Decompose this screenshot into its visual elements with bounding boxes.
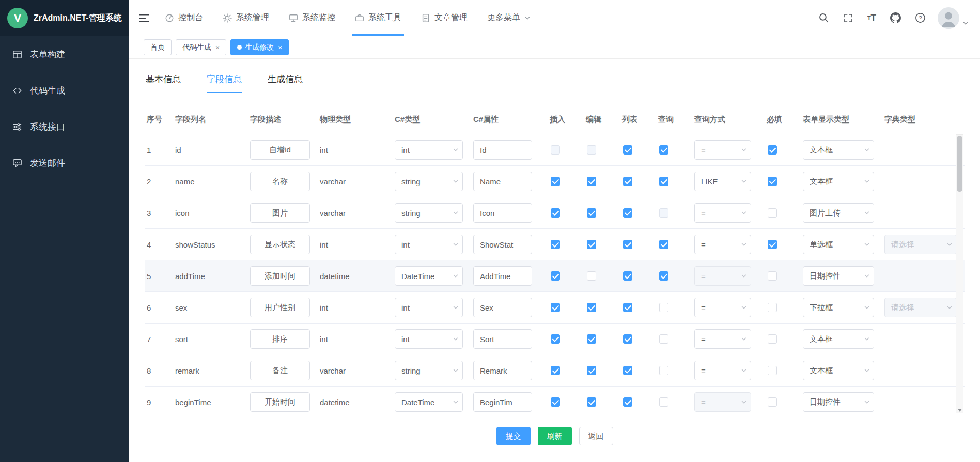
close-icon[interactable]: × <box>215 44 220 51</box>
csharp-prop-input[interactable]: Id <box>473 140 532 160</box>
query-checkbox[interactable] <box>659 334 668 344</box>
refresh-button[interactable]: 刷新 <box>538 427 572 445</box>
display-type-select[interactable]: 下拉框 <box>803 298 874 317</box>
insert-checkbox[interactable] <box>551 366 560 375</box>
query-checkbox[interactable] <box>659 366 668 375</box>
required-checkbox[interactable] <box>768 240 777 249</box>
csharp-type-select[interactable]: DateTime <box>395 392 463 412</box>
tag-item[interactable]: 生成修改× <box>230 39 289 55</box>
required-checkbox[interactable] <box>768 366 777 375</box>
csharp-prop-input[interactable]: Sex <box>473 298 532 317</box>
list-checkbox[interactable] <box>623 397 632 407</box>
help-icon[interactable]: ? <box>915 12 926 23</box>
query-method-select[interactable]: = <box>694 329 751 349</box>
insert-checkbox[interactable] <box>551 145 560 155</box>
query-checkbox[interactable] <box>659 397 668 407</box>
topnav-item[interactable]: 文章管理 <box>411 0 477 36</box>
edit-checkbox[interactable] <box>587 208 596 218</box>
csharp-prop-input[interactable]: Icon <box>473 203 532 223</box>
collapse-sidebar-button[interactable] <box>138 12 150 24</box>
dict-type-select[interactable]: 请选择 <box>884 298 957 317</box>
close-icon[interactable]: × <box>278 44 282 51</box>
required-checkbox[interactable] <box>768 177 777 186</box>
insert-checkbox[interactable] <box>551 177 560 186</box>
back-button[interactable]: 返回 <box>579 427 613 445</box>
dict-type-select[interactable]: 请选择 <box>884 235 957 254</box>
query-checkbox[interactable] <box>659 303 668 312</box>
topnav-item[interactable]: 系统工具 <box>345 0 411 36</box>
tab-item[interactable]: 基本信息 <box>146 73 181 93</box>
edit-checkbox[interactable] <box>587 366 596 375</box>
display-type-select[interactable]: 文本框 <box>803 329 874 349</box>
display-type-select[interactable]: 日期控件 <box>803 392 874 412</box>
query-method-select[interactable]: LIKE <box>694 172 751 191</box>
list-checkbox[interactable] <box>623 366 632 375</box>
description-input[interactable]: 开始时间 <box>250 392 310 412</box>
query-method-select[interactable]: = <box>694 392 751 412</box>
scrollbar-down-arrow[interactable] <box>958 409 962 412</box>
required-checkbox[interactable] <box>768 208 777 218</box>
required-checkbox[interactable] <box>768 145 777 155</box>
csharp-prop-input[interactable]: Sort <box>473 329 532 349</box>
csharp-prop-input[interactable]: AddTime <box>473 266 532 286</box>
required-checkbox[interactable] <box>768 397 777 407</box>
insert-checkbox[interactable] <box>551 271 560 281</box>
edit-checkbox[interactable] <box>587 271 596 281</box>
list-checkbox[interactable] <box>623 303 632 312</box>
tab-item[interactable]: 生成信息 <box>268 73 303 93</box>
sidebar-item[interactable]: 系统接口 <box>0 109 129 145</box>
tag-item[interactable]: 代码生成× <box>176 39 226 55</box>
github-icon[interactable] <box>890 12 901 23</box>
insert-checkbox[interactable] <box>551 240 560 249</box>
submit-button[interactable]: 提交 <box>496 427 531 445</box>
list-checkbox[interactable] <box>623 177 632 186</box>
csharp-type-select[interactable]: int <box>395 235 463 254</box>
description-input[interactable]: 显示状态 <box>250 235 310 254</box>
insert-checkbox[interactable] <box>551 303 560 312</box>
display-type-select[interactable]: 日期控件 <box>803 266 874 286</box>
display-type-select[interactable]: 单选框 <box>803 235 874 254</box>
query-method-select[interactable]: = <box>694 298 751 317</box>
required-checkbox[interactable] <box>768 334 777 344</box>
description-input[interactable]: 添加时间 <box>250 266 310 286</box>
query-checkbox[interactable] <box>659 177 668 186</box>
query-method-select[interactable]: = <box>694 235 751 254</box>
csharp-type-select[interactable]: int <box>395 329 463 349</box>
query-method-select[interactable]: = <box>694 203 751 223</box>
edit-checkbox[interactable] <box>587 303 596 312</box>
description-input[interactable]: 名称 <box>250 172 310 191</box>
csharp-type-select[interactable]: int <box>395 140 463 160</box>
sidebar-item[interactable]: 表单构建 <box>0 36 129 72</box>
csharp-type-select[interactable]: string <box>395 361 463 380</box>
font-size-icon[interactable]: TT <box>867 13 876 23</box>
edit-checkbox[interactable] <box>587 240 596 249</box>
insert-checkbox[interactable] <box>551 334 560 344</box>
sidebar-item[interactable]: 代码生成 <box>0 72 129 109</box>
tag-item[interactable]: 首页 <box>144 39 172 55</box>
csharp-prop-input[interactable]: ShowStat <box>473 235 532 254</box>
description-input[interactable]: 备注 <box>250 361 310 380</box>
edit-checkbox[interactable] <box>587 177 596 186</box>
description-input[interactable]: 排序 <box>250 329 310 349</box>
csharp-type-select[interactable]: string <box>395 172 463 191</box>
list-checkbox[interactable] <box>623 271 632 281</box>
list-checkbox[interactable] <box>623 334 632 344</box>
csharp-prop-input[interactable]: BeginTim <box>473 392 532 412</box>
query-checkbox[interactable] <box>659 240 668 249</box>
insert-checkbox[interactable] <box>551 208 560 218</box>
table-scrollbar[interactable] <box>956 134 963 413</box>
display-type-select[interactable]: 文本框 <box>803 172 874 191</box>
required-checkbox[interactable] <box>768 303 777 312</box>
topnav-item[interactable]: 系统管理 <box>213 0 279 36</box>
display-type-select[interactable]: 图片上传 <box>803 203 874 223</box>
app-logo[interactable]: V ZrAdmin.NET-管理系统 <box>0 0 129 36</box>
csharp-type-select[interactable]: int <box>395 298 463 317</box>
scrollbar-thumb[interactable] <box>957 136 962 192</box>
description-input[interactable]: 用户性别 <box>250 298 310 317</box>
edit-checkbox[interactable] <box>587 397 596 407</box>
edit-checkbox[interactable] <box>587 334 596 344</box>
query-checkbox[interactable] <box>659 208 668 218</box>
query-checkbox[interactable] <box>659 145 668 155</box>
tab-active[interactable]: 字段信息 <box>207 73 242 93</box>
description-input[interactable]: 图片 <box>250 203 310 223</box>
